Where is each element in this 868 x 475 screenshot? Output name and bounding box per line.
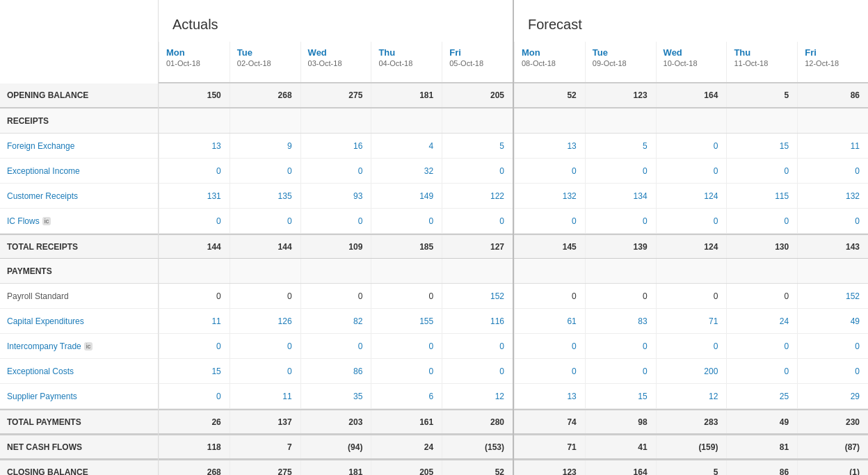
sidebar-opening-balance: OPENING BALANCE: [0, 83, 158, 108]
actuals-ps-2: 0: [300, 284, 371, 308]
actuals-cap-2: 82: [300, 309, 371, 333]
forecast-tr-1: 139: [585, 235, 656, 258]
actuals-ec-row: 15 0 86 0 0: [159, 359, 513, 384]
forecast-opening-1: 123: [585, 83, 656, 107]
sidebar-payroll-standard: Payroll Standard: [0, 284, 158, 309]
forecast-ncf-4: (87): [797, 435, 868, 458]
forecast-total-payments-row: 74 98 283 49 230: [514, 409, 868, 434]
forecast-data-rows: 52 123 164 5 86 13 5: [514, 83, 868, 475]
actuals-cap-1: 126: [230, 309, 300, 333]
a-r-h-0: [159, 108, 230, 133]
forecast-cb-3: 86: [726, 460, 797, 475]
f-p-h-3: [726, 259, 797, 283]
a-p-h-3: [371, 259, 442, 283]
f-r-h-4: [797, 108, 868, 133]
forecast-ec-row: 0 0 200 0 0: [514, 359, 868, 384]
actuals-opening-row: 150 268 275 181 205: [159, 83, 513, 108]
sidebar-closing-balance: CLOSING BALANCE: [0, 459, 158, 475]
forecast-fx-0: 13: [514, 134, 585, 158]
sidebar-intercompany-trade: Intercompany Trade ic: [0, 334, 158, 359]
forecast-cr-row: 132 134 124 115 132: [514, 184, 868, 209]
forecast-receipts-header-row: [514, 108, 868, 134]
actuals-receipts-header-row: [159, 108, 513, 134]
actuals-col-mon: Mon 01-Oct-18: [159, 42, 230, 82]
forecast-cap-0: 61: [514, 309, 585, 333]
actuals-section: Actuals Mon 01-Oct-18 Tue 02-Oct-18 Wed …: [159, 0, 514, 475]
forecast-tp-4: 230: [797, 410, 868, 433]
actuals-ic-2: 0: [300, 209, 371, 233]
actuals-col-headers: Mon 01-Oct-18 Tue 02-Oct-18 Wed 03-Oct-1…: [159, 42, 513, 83]
forecast-col-mon: Mon 08-Oct-18: [514, 42, 585, 82]
forecast-col-thu: Thu 11-Oct-18: [726, 42, 797, 82]
forecast-ic-3: 0: [726, 209, 797, 233]
forecast-tr-2: 124: [656, 235, 727, 258]
f-p-h-0: [514, 259, 585, 283]
actuals-fx-0: 13: [159, 134, 230, 158]
sidebar-payments-header: PAYMENTS: [0, 259, 158, 284]
forecast-ncf-row: 71 41 (159) 81 (87): [514, 434, 868, 459]
forecast-ncf-2: (159): [656, 435, 727, 458]
ic-badge-trade: ic: [84, 342, 93, 351]
forecast-opening-0: 52: [514, 83, 585, 107]
forecast-ps-4: 152: [797, 284, 868, 308]
f-p-h-2: [656, 259, 727, 283]
forecast-tp-2: 283: [656, 410, 727, 433]
actuals-ei-0: 0: [159, 159, 230, 183]
forecast-opening-2: 164: [656, 83, 727, 107]
actuals-ps-3: 0: [371, 284, 442, 308]
forecast-ec-0: 0: [514, 359, 585, 383]
actuals-cap-row: 11 126 82 155 116: [159, 309, 513, 334]
actuals-cb-3: 205: [371, 460, 442, 475]
sidebar-supplier-payments: Supplier Payments: [0, 384, 158, 409]
forecast-fx-2: 0: [656, 134, 727, 158]
actuals-ncf-row: 118 7 (94) 24 (153): [159, 434, 513, 459]
f-r-h-0: [514, 108, 585, 133]
forecast-ict-2: 0: [656, 334, 727, 358]
forecast-cb-1: 164: [585, 460, 656, 475]
forecast-ec-4: 0: [797, 359, 868, 383]
actuals-tp-2: 203: [300, 410, 371, 433]
actuals-fx-3: 4: [371, 134, 442, 158]
actuals-opening-3: 181: [371, 83, 442, 107]
forecast-ei-row: 0 0 0 0 0: [514, 159, 868, 184]
actuals-ncf-3: 24: [371, 435, 442, 458]
a-p-h-4: [442, 259, 513, 283]
forecast-ps-3: 0: [726, 284, 797, 308]
actuals-opening-2: 275: [300, 83, 371, 107]
actuals-ict-1: 0: [230, 334, 300, 358]
forecast-ic-0: 0: [514, 209, 585, 233]
forecast-cr-2: 124: [656, 184, 727, 208]
actuals-cb-4: 52: [442, 460, 513, 475]
actuals-sp-row: 0 11 35 6 12: [159, 384, 513, 409]
f-r-h-3: [726, 108, 797, 133]
forecast-cap-4: 49: [797, 309, 868, 333]
actuals-cr-4: 122: [442, 184, 513, 208]
forecast-cap-1: 83: [585, 309, 656, 333]
actuals-ncf-0: 118: [159, 435, 230, 458]
actuals-ict-4: 0: [442, 334, 513, 358]
forecast-cb-2: 5: [656, 460, 727, 475]
actuals-data-rows: 150 268 275 181 205 13 9: [159, 83, 513, 475]
forecast-title: Forecast: [514, 0, 868, 42]
actuals-ncf-2: (94): [300, 435, 371, 458]
forecast-opening-3: 5: [726, 83, 797, 107]
actuals-col-fri: Fri 05-Oct-18: [442, 42, 513, 82]
forecast-ic-1: 0: [585, 209, 656, 233]
sidebar-capital-expenditures: Capital Expenditures: [0, 309, 158, 334]
forecast-ic-4: 0: [797, 209, 868, 233]
a-r-h-2: [300, 108, 371, 133]
actuals-sp-3: 6: [371, 384, 442, 408]
sidebar-exceptional-costs: Exceptional Costs: [0, 359, 158, 384]
forecast-cr-0: 132: [514, 184, 585, 208]
forecast-ec-1: 0: [585, 359, 656, 383]
forecast-tr-4: 143: [797, 235, 868, 258]
f-p-h-1: [585, 259, 656, 283]
actuals-tr-3: 185: [371, 235, 442, 258]
sidebar-receipts-header: RECEIPTS: [0, 108, 158, 134]
actuals-tp-4: 280: [442, 410, 513, 433]
actuals-cb-row: 268 275 181 205 52: [159, 459, 513, 475]
forecast-ps-row: 0 0 0 0 152: [514, 284, 868, 309]
forecast-sp-1: 15: [585, 384, 656, 408]
actuals-ei-3: 32: [371, 159, 442, 183]
actuals-tr-1: 144: [230, 235, 300, 258]
